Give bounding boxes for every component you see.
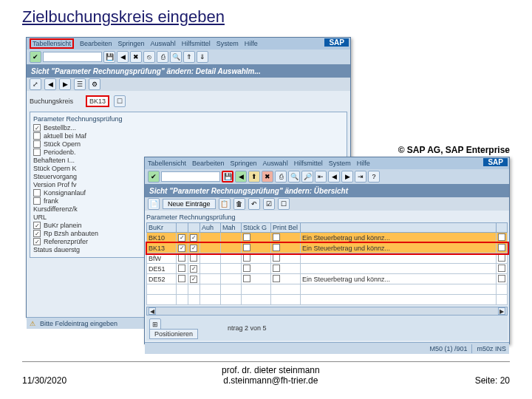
col-last[interactable] (497, 223, 508, 233)
list-icon[interactable]: ☰ (74, 78, 86, 90)
menu-item-table-view[interactable]: Tabellensicht (30, 38, 74, 49)
menubar[interactable]: Tabellensicht Bearbeiten Springen Auswah… (145, 157, 509, 169)
menu-item-help[interactable]: Hilfe (357, 160, 370, 167)
next-icon[interactable]: ▶ (59, 78, 71, 90)
findnext-icon[interactable]: 🔎 (301, 171, 313, 183)
app-toolbar: ⤢ ◀ ▶ ☰ ⚙ (27, 78, 350, 91)
find-icon[interactable]: 🔍 (288, 171, 300, 183)
checkbox[interactable]: ✓ (33, 238, 41, 245)
first-page-icon[interactable]: ⇤ (315, 171, 327, 183)
menu-item-edit[interactable]: Bearbeiten (192, 160, 225, 167)
check-label: Status dauerstg (33, 246, 80, 253)
menubar[interactable]: Tabellensicht Bearbeiten Springen Auswah… (27, 38, 350, 50)
checkbox[interactable]: ✓ (33, 222, 41, 229)
back-icon[interactable]: ◀ (235, 171, 247, 183)
sap-logo: SAP (324, 38, 349, 47)
table-row[interactable] (147, 295, 508, 305)
menu-item-edit[interactable]: Bearbeiten (80, 40, 112, 47)
menu-item-selection[interactable]: Auswahl (263, 160, 288, 167)
page-down-icon[interactable]: ⇓ (197, 51, 208, 63)
enter-icon[interactable]: ✔ (30, 51, 41, 63)
back-icon[interactable]: ◀ (117, 51, 129, 63)
check-label: Periodenb. (44, 149, 76, 156)
col-desc[interactable] (301, 223, 497, 233)
menu-item-utilities[interactable]: Hilfsmittel (182, 40, 211, 47)
check-label: Stück Opern (44, 140, 81, 148)
scroll-left-icon[interactable]: ◀ (149, 307, 156, 315)
prev-icon[interactable]: ◀ (44, 78, 56, 90)
group-header: Parameter Rechnungsprüfung (146, 212, 508, 222)
check-label: Steuervorgang (33, 173, 77, 180)
col-auh[interactable]: Auh (200, 223, 221, 233)
menu-item-help[interactable]: Hilfe (245, 40, 258, 47)
menu-item-table-view[interactable]: Tabellensicht (148, 160, 186, 167)
deselect-icon[interactable]: ☐ (278, 198, 290, 210)
cancel-icon[interactable]: ✖ (262, 171, 273, 183)
checkbox[interactable]: ✓ (33, 230, 41, 237)
help-icon[interactable]: ? (368, 171, 380, 183)
col-stueck[interactable]: Stück G (242, 223, 271, 233)
value-help-icon[interactable]: ☐ (114, 95, 126, 107)
check-label: Rp Bzsh anbauten (44, 230, 98, 237)
menu-item-system[interactable]: System (329, 160, 351, 167)
status-system: M50 (1) /901 (429, 345, 467, 352)
status-text: Bitte Feldeintrag eingeben (40, 320, 117, 327)
data-table[interactable]: BuKr Auh Mah Stück G Print Bel BK10✓✓Ein… (146, 222, 508, 305)
find-icon[interactable]: 🔍 (170, 51, 182, 63)
copy-icon[interactable]: 📋 (219, 198, 231, 210)
undo-icon[interactable]: ↶ (248, 198, 260, 210)
vars-icon[interactable]: ⚙ (89, 78, 100, 90)
col-print[interactable]: Print Bel (271, 223, 301, 233)
checkbox[interactable]: ✓ (33, 124, 41, 132)
footer-email: d.steinmann@fh-trier.de (223, 375, 318, 386)
col-ck1[interactable] (177, 223, 188, 233)
field-company-code[interactable]: BK13 (86, 95, 109, 107)
checkbox[interactable] (33, 197, 41, 205)
table-row[interactable]: BfW (147, 253, 508, 264)
menu-item-selection[interactable]: Auswahl (151, 40, 176, 47)
menu-item-goto[interactable]: Springen (118, 40, 145, 47)
check-label: Konsignanlauf (44, 189, 86, 197)
command-field[interactable] (43, 52, 102, 62)
menu-item-utilities[interactable]: Hilfsmittel (294, 160, 323, 167)
last-page-icon[interactable]: ⇥ (355, 171, 366, 183)
prev-page-icon[interactable]: ◀ (328, 171, 340, 183)
position-button[interactable]: Positionieren (149, 329, 198, 339)
save-icon[interactable]: 💾 (103, 51, 115, 63)
select-all-icon[interactable]: ☑ (263, 198, 275, 210)
expand-icon[interactable]: ⤢ (30, 78, 41, 90)
menu-item-system[interactable]: System (216, 40, 239, 47)
exit-icon[interactable]: ✖ (130, 51, 142, 63)
cancel-icon[interactable]: ⦸ (143, 51, 155, 63)
table-row[interactable]: DE51✓ (147, 264, 508, 274)
print-icon[interactable]: ⎙ (275, 171, 287, 183)
table-row[interactable] (147, 284, 508, 295)
exit-icon[interactable]: ⬆ (248, 171, 260, 183)
col-ck2[interactable] (188, 223, 200, 233)
print-icon[interactable]: ⎙ (157, 51, 168, 63)
check-label: aktuell bei Maf (44, 132, 86, 140)
warning-icon: ⚠ (30, 320, 35, 327)
toolbar: ✔ 💾 ◀ ⬆ ✖ ⎙ 🔍 🔎 ⇤ ◀ ▶ ⇥ ? (145, 169, 509, 184)
save-icon[interactable]: 💾 (222, 171, 233, 183)
table-row[interactable]: DE52✓Ein Steuerbetrag und könnz... (147, 274, 508, 284)
scroll-right-icon[interactable]: ▶ (498, 307, 505, 315)
checkbox[interactable] (33, 132, 41, 140)
col-mah[interactable]: Mah (221, 223, 242, 233)
col-bukr[interactable]: BuKr (147, 223, 177, 233)
checkbox[interactable] (33, 140, 41, 148)
checkbox[interactable] (33, 189, 41, 197)
page-up-icon[interactable]: ⇑ (183, 51, 195, 63)
table-row-selected[interactable]: BK13✓✓Ein Steuerbetrag und könnz... (147, 243, 508, 253)
enter-icon[interactable]: ✔ (148, 171, 160, 183)
next-page-icon[interactable]: ▶ (341, 171, 353, 183)
menu-item-goto[interactable]: Springen (231, 160, 257, 167)
new-entries-button[interactable]: Neue Einträge (163, 199, 216, 209)
horiz-scrollbar[interactable]: ◀ ▶ (146, 307, 508, 316)
detail-icon[interactable]: 📄 (148, 198, 160, 210)
check-label: Stück Opern K (33, 165, 77, 172)
command-field[interactable] (161, 171, 220, 182)
checkbox[interactable] (33, 149, 41, 156)
table-row[interactable]: BK10✓✓Ein Steuerbetrag und könnz... (147, 233, 508, 243)
delete-icon[interactable]: 🗑 (233, 198, 245, 210)
